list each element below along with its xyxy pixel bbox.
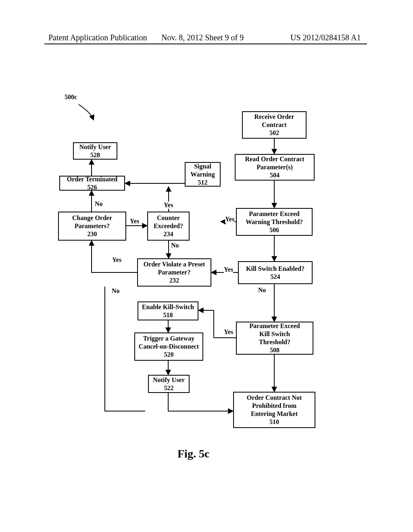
box-502: Receive OrderContract502 [242,111,307,139]
label-508-yes: Yes [224,328,233,336]
box-522: Notify User522 [148,375,190,393]
page: Patent Application Publication Nov. 8, 2… [0,0,413,532]
label-230-no: No [95,200,103,208]
label-232-yes: Yes [112,256,121,264]
ref-500c: 500c [65,94,77,101]
box-232: Order Violate a PresetParameter?232 [137,258,211,287]
box-506: Parameter ExceedWarning Threshold?506 [236,208,313,236]
label-234-no: No [171,242,179,249]
box-524: Kill Switch Enabled?524 [238,261,313,284]
label-232-no: No [112,287,120,295]
box-230: Change OrderParameters?230 [58,212,126,241]
figure-label: Fig. 5c [177,447,209,460]
box-518: Enable Kill-Switch518 [138,301,198,320]
label-524-no: No [258,287,266,294]
label-524-yes: Yes [224,266,233,273]
label-230-yes: Yes [130,218,139,225]
box-504: Read Order ContractParameter(s)504 [235,154,315,181]
label-234-yes: Yes [164,202,173,209]
label-506-yes: Yes [225,216,234,223]
box-510: Order Contract NotProhibited fromEnterin… [233,392,315,428]
box-508: Parameter ExceedKill SwitchThreshold?508 [236,322,313,355]
box-528: Notify User528 [73,142,117,160]
box-520: Trigger a GatewayCancel-on-Disconnect520 [134,332,203,361]
box-234: CounterExceeded?234 [147,212,190,241]
box-512: SignalWarning512 [185,162,221,187]
box-526: Order Terminated526 [59,176,125,191]
